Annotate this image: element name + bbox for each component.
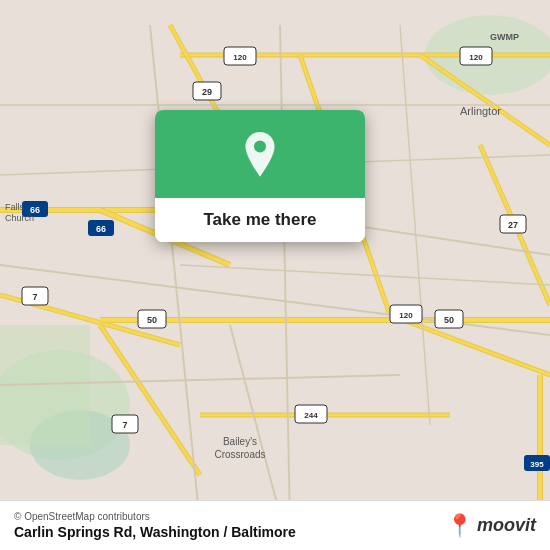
location-name: Carlin Springs Rd, Washington / Baltimor…: [14, 524, 296, 540]
svg-text:Crossroads: Crossroads: [214, 449, 265, 460]
svg-text:GWMP: GWMP: [490, 32, 519, 42]
svg-text:Bailey's: Bailey's: [223, 436, 257, 447]
map-container: 66 66 29 120 120 120 50 50 7 7 244 2: [0, 0, 550, 550]
svg-text:27: 27: [508, 220, 518, 230]
svg-point-73: [254, 141, 266, 153]
osm-credit: © OpenStreetMap contributors: [14, 511, 296, 522]
popup-header: [155, 110, 365, 198]
svg-text:66: 66: [96, 224, 106, 234]
svg-text:Church: Church: [5, 213, 34, 223]
svg-text:120: 120: [469, 53, 483, 62]
location-popup: Take me there: [155, 110, 365, 242]
svg-text:Arlingtor: Arlingtor: [460, 105, 501, 117]
bottom-left-info: © OpenStreetMap contributors Carlin Spri…: [14, 511, 296, 540]
svg-text:120: 120: [399, 311, 413, 320]
svg-text:120: 120: [233, 53, 247, 62]
take-me-there-button[interactable]: Take me there: [155, 198, 365, 242]
svg-text:7: 7: [32, 292, 37, 302]
svg-text:29: 29: [202, 87, 212, 97]
map-background: 66 66 29 120 120 120 50 50 7 7 244 2: [0, 0, 550, 550]
moovit-brand-text: moovit: [477, 515, 536, 536]
svg-text:Falls: Falls: [5, 202, 25, 212]
svg-text:7: 7: [122, 420, 127, 430]
svg-text:50: 50: [444, 315, 454, 325]
location-pin-icon: [236, 132, 284, 180]
bottom-bar: © OpenStreetMap contributors Carlin Spri…: [0, 500, 550, 550]
moovit-logo: 📍 moovit: [446, 513, 536, 539]
svg-text:244: 244: [304, 411, 318, 420]
svg-text:50: 50: [147, 315, 157, 325]
svg-text:395: 395: [530, 460, 544, 469]
moovit-pin-icon: 📍: [446, 513, 473, 539]
